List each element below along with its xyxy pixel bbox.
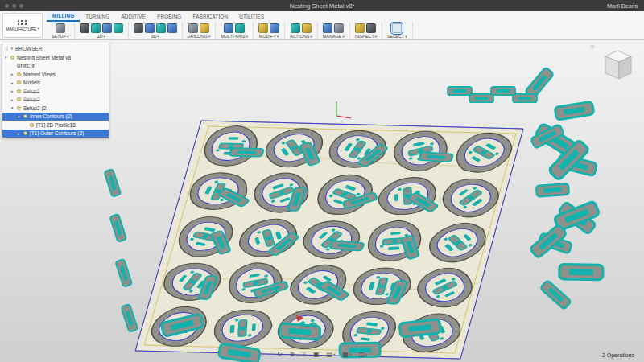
drilling-menu[interactable]: DRILLING▾	[188, 34, 211, 39]
browser-item-models[interactable]: ▸ Models	[2, 79, 109, 88]
grip-icon[interactable]: ⠿	[5, 46, 8, 51]
tab-probing[interactable]: PROBING	[151, 11, 187, 22]
home-icon[interactable]: ⌂	[590, 43, 594, 50]
expander-icon[interactable]: ▸	[11, 97, 17, 102]
visibility-icon[interactable]	[17, 72, 21, 76]
visibility-icon[interactable]	[10, 56, 14, 60]
drilling-icon-2[interactable]	[200, 23, 209, 33]
visibility-icon[interactable]	[23, 114, 27, 118]
user-name[interactable]: Marti Deans	[607, 3, 638, 9]
expander-icon[interactable]: ▸	[11, 88, 17, 93]
2d-milling-icon-3[interactable]	[102, 23, 112, 33]
visibility-icon[interactable]	[17, 97, 21, 101]
expander-icon[interactable]: ▾	[11, 105, 17, 110]
modify-icon-1[interactable]	[258, 23, 268, 33]
fit-button[interactable]: ▣	[313, 351, 320, 358]
tab-utilities[interactable]: UTILITIES	[233, 11, 270, 22]
orbit-button[interactable]: ↻	[277, 351, 283, 358]
view-cube-faces[interactable]	[596, 43, 638, 82]
setup-icon[interactable]	[56, 23, 65, 33]
tab-fabrication[interactable]: FABRICATION	[187, 11, 233, 22]
expander-icon[interactable]: ▾	[5, 55, 10, 60]
3d-milling-icon-3[interactable]	[156, 23, 166, 33]
viewport-canvas[interactable]: ⠿ ▾ BROWSER ▾ Nesting Sheet Metal v8 Uni…	[0, 40, 644, 362]
modify-menu[interactable]: MODIFY▾	[259, 34, 279, 39]
manage-icon-1[interactable]	[323, 23, 332, 33]
chevron-down-icon: ▾	[365, 352, 367, 356]
actions-menu[interactable]: ACTIONS▾	[290, 34, 312, 39]
browser-item-named-views[interactable]: ▸ Named Views	[2, 70, 109, 79]
zoom-button[interactable]: ⌕	[302, 350, 305, 358]
inspect-icon-2[interactable]	[366, 23, 376, 33]
workspace-label: MANUFACTURE	[6, 27, 36, 31]
actions-icon-1[interactable]	[291, 23, 300, 33]
visibility-icon[interactable]	[17, 106, 21, 110]
browser-item-units[interactable]: Units: in	[2, 62, 109, 71]
multi-axis-menu[interactable]: MULTI-AXIS▾	[221, 34, 248, 39]
2d-milling-icon-2[interactable]	[91, 23, 101, 33]
visibility-icon[interactable]	[17, 89, 21, 93]
manage-icon-2[interactable]	[334, 23, 344, 33]
setup-menu[interactable]: SETUP▾	[52, 34, 69, 39]
select-menu[interactable]: SELECT▾	[387, 34, 407, 39]
toolbar-group-actions: ACTIONS▾	[285, 22, 318, 39]
toolbar-group-modify: MODIFY▾	[254, 22, 285, 39]
browser-item-2d-profile18[interactable]: [T1] 2D Profile18	[2, 121, 109, 130]
browser-item-setup1[interactable]: ▸ Setup1	[2, 87, 109, 96]
select-icon[interactable]	[392, 23, 402, 33]
browser-header[interactable]: ⠿ ▾ BROWSER	[2, 43, 109, 53]
2d-milling-icon-4[interactable]	[114, 23, 123, 33]
chevron-down-icon: ▾	[405, 35, 407, 39]
tab-additive[interactable]: ADDITIVE	[115, 11, 151, 22]
2d-milling-icon-1[interactable]	[80, 23, 89, 33]
display-settings-icon: ▤	[326, 351, 332, 358]
visibility-icon[interactable]	[23, 131, 27, 135]
drilling-icon-1[interactable]	[188, 23, 198, 33]
tab-turning[interactable]: TURNING	[80, 11, 115, 22]
workspace-selector[interactable]: MANUFACTURE▾	[2, 13, 43, 38]
browser-item-document-root[interactable]: ▾ Nesting Sheet Metal v8	[2, 53, 109, 62]
manage-menu[interactable]: MANAGE▾	[323, 34, 345, 39]
browser-item-inner-contours[interactable]: ▾ Inner Contours (2)	[2, 113, 109, 121]
browser-item-setup2[interactable]: ▸ Setup2	[2, 96, 109, 105]
toolbar-group-setup: SETUP▾	[47, 22, 75, 39]
chevron-down-icon: ▾	[103, 35, 105, 39]
visibility-icon[interactable]	[17, 80, 21, 84]
browser-item-outer-contours[interactable]: ▸ [T1] Outer Contours (2)	[2, 130, 109, 138]
multi-axis-icon-2[interactable]	[235, 23, 245, 33]
expander-icon[interactable]: ▸	[18, 131, 23, 136]
viewports-button[interactable]: ◫▾	[358, 351, 367, 358]
toolbar-group-drilling: DRILLING▾	[183, 22, 217, 39]
chevron-down-icon: ▾	[375, 35, 377, 39]
multi-axis-icon-1[interactable]	[224, 23, 233, 33]
2d-menu[interactable]: 2D▾	[97, 34, 105, 39]
window-title: Nesting Sheet Metal v8*	[0, 2, 644, 10]
3d-menu[interactable]: 3D▾	[151, 34, 159, 39]
navigation-bar: ↻ ⊕ ⌕ ▣ ▤▾ ▦▾ ◫▾	[277, 350, 367, 358]
3d-milling-icon-2[interactable]	[145, 23, 155, 33]
modify-icon-2[interactable]	[270, 23, 279, 33]
view-cube[interactable]: ⌂	[590, 43, 638, 82]
visibility-icon[interactable]	[30, 123, 34, 127]
pan-button[interactable]: ⊕	[290, 351, 295, 358]
collapse-icon[interactable]: ▾	[10, 46, 13, 51]
toolbar-group-inspect: INSPECT▾	[350, 22, 382, 39]
3d-milling-icon-1[interactable]	[134, 23, 143, 33]
expander-icon[interactable]: ▸	[11, 72, 17, 76]
expander-icon[interactable]: ▾	[18, 114, 23, 119]
inspect-menu[interactable]: INSPECT▾	[355, 34, 377, 39]
workspace-grid-icon	[18, 20, 28, 25]
operations-count: 2 Operations	[602, 352, 634, 358]
browser-item-setup2-2[interactable]: ▾ Setup2 (2)	[2, 104, 109, 113]
expander-icon[interactable]: ▸	[11, 80, 17, 85]
inspect-icon-1[interactable]	[355, 23, 365, 33]
fit-icon: ▣	[313, 351, 320, 358]
actions-icon-2[interactable]	[302, 23, 312, 33]
grid-settings-button[interactable]: ▦▾	[342, 351, 351, 358]
display-settings-button[interactable]: ▤▾	[326, 351, 335, 358]
titlebar: Nesting Sheet Metal v8* Marti Deans	[0, 0, 644, 11]
3d-milling-icon-4[interactable]	[167, 23, 177, 33]
chevron-down-icon: ▾	[157, 35, 159, 39]
tab-milling[interactable]: MILLING	[47, 11, 80, 22]
chevron-down-icon: ▾	[67, 35, 68, 39]
